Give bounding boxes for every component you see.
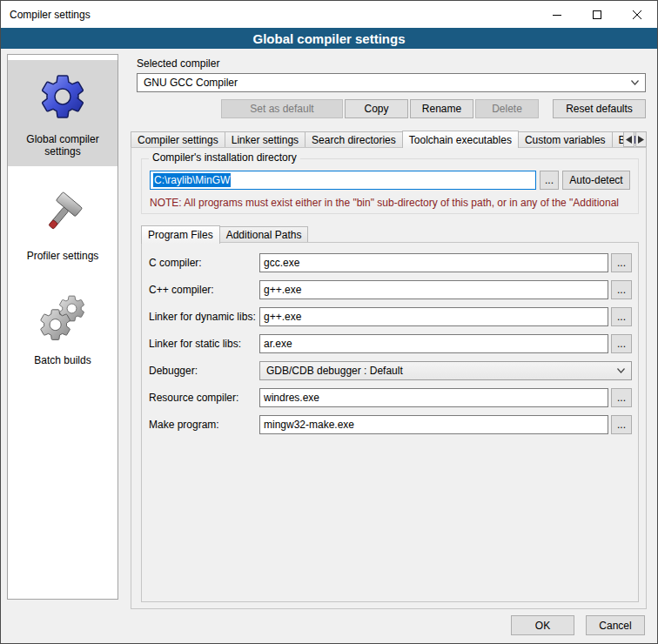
- program-tabs: Program Files Additional Paths: [141, 225, 307, 243]
- dialog-header: Global compiler settings: [1, 28, 657, 49]
- cpp-compiler-label: C++ compiler:: [149, 284, 259, 296]
- cpp-compiler-input[interactable]: [259, 280, 608, 299]
- installation-directory-group-title: Compiler's installation directory: [149, 151, 300, 164]
- minimize-icon: [553, 10, 561, 19]
- subtab-additional-paths[interactable]: Additional Paths: [219, 226, 309, 243]
- gears-icon: [35, 290, 91, 345]
- close-icon: [633, 10, 641, 19]
- sidebar-item-batch-builds[interactable]: Batch builds: [8, 281, 118, 375]
- installation-directory-group: Compiler's installation directory C:\ray…: [141, 158, 639, 214]
- tab-compiler-settings[interactable]: Compiler settings: [131, 131, 225, 148]
- compiler-select[interactable]: GNU GCC Compiler: [137, 73, 646, 92]
- tab-linker-settings[interactable]: Linker settings: [225, 131, 306, 148]
- tab-custom-variables[interactable]: Custom variables: [518, 131, 613, 148]
- settings-tabs: Compiler settings Linker settings Search…: [131, 130, 647, 148]
- make-program-row: Make program: ...: [149, 415, 632, 434]
- resource-compiler-row: Resource compiler: ...: [149, 388, 632, 407]
- window-title: Compiler settings: [1, 9, 91, 21]
- browse-cpp-compiler-button[interactable]: ...: [611, 280, 632, 299]
- selected-compiler-label: Selected compiler: [137, 57, 219, 70]
- installation-directory-value: C:\raylib\MinGW: [153, 173, 231, 187]
- compiler-settings-window: Compiler settings Global compiler settin…: [0, 0, 658, 644]
- browse-linker-dynamic-button[interactable]: ...: [611, 307, 632, 326]
- linker-static-input[interactable]: [259, 334, 608, 353]
- dialog-footer: OK Cancel: [511, 615, 645, 635]
- window-controls: [537, 1, 657, 28]
- gear-icon: [35, 69, 91, 124]
- sidebar-item-label: Profiler settings: [27, 250, 99, 262]
- browse-resource-compiler-button[interactable]: ...: [611, 388, 632, 407]
- tab-scroll-left-button[interactable]: [623, 131, 634, 147]
- linker-dynamic-label: Linker for dynamic libs:: [149, 311, 259, 323]
- cpp-compiler-row: C++ compiler: ...: [149, 280, 632, 299]
- installation-directory-input[interactable]: C:\raylib\MinGW: [150, 171, 536, 190]
- make-program-label: Make program:: [149, 419, 259, 431]
- global-compiler-settings-page: Selected compiler GNU GCC Compiler Set a…: [124, 49, 651, 643]
- sidebar-item-label: Batch builds: [34, 354, 91, 366]
- dialog-content: Global compiler settings Profiler settin…: [1, 49, 657, 643]
- tab-search-directories[interactable]: Search directories: [305, 131, 403, 148]
- hammer-icon: [35, 185, 91, 241]
- browse-linker-static-button[interactable]: ...: [611, 334, 632, 353]
- compiler-select-value: GNU GCC Compiler: [144, 77, 238, 89]
- arrow-right-icon: [638, 136, 644, 144]
- browse-installation-directory-button[interactable]: ...: [540, 171, 559, 190]
- resource-compiler-label: Resource compiler:: [149, 392, 259, 404]
- make-program-input[interactable]: [259, 415, 608, 434]
- debugger-select[interactable]: GDB/CDB debugger : Default: [259, 361, 632, 380]
- sidebar-item-profiler-settings[interactable]: Profiler settings: [8, 177, 118, 271]
- debugger-label: Debugger:: [149, 365, 259, 377]
- sidebar-item-global-compiler-settings[interactable]: Global compiler settings: [8, 60, 118, 166]
- maximize-button[interactable]: [577, 1, 617, 28]
- chevron-down-icon: [617, 368, 625, 373]
- auto-detect-button[interactable]: Auto-detect: [562, 171, 630, 190]
- ok-button[interactable]: OK: [511, 615, 574, 635]
- chevron-down-icon: [631, 80, 639, 85]
- installation-directory-row: C:\raylib\MinGW ... Auto-detect: [150, 171, 630, 190]
- page-title: Global compiler settings: [252, 31, 405, 46]
- titlebar: Compiler settings: [1, 1, 657, 28]
- linker-static-label: Linker for static libs:: [149, 338, 259, 350]
- debugger-select-value: GDB/CDB debugger : Default: [266, 365, 403, 377]
- reset-defaults-button[interactable]: Reset defaults: [553, 99, 646, 118]
- close-button[interactable]: [617, 1, 657, 28]
- subtab-program-files[interactable]: Program Files: [141, 225, 220, 244]
- linker-dynamic-row: Linker for dynamic libs: ...: [149, 307, 632, 326]
- compiler-actions: Set as default Copy Rename Delete Reset …: [137, 99, 646, 118]
- tab-scroll-arrows: [623, 131, 647, 147]
- c-compiler-row: C compiler: ...: [149, 253, 632, 272]
- linker-static-row: Linker for static libs: ...: [149, 334, 632, 353]
- tab-scroll-right-button[interactable]: [635, 131, 647, 147]
- debugger-row: Debugger: GDB/CDB debugger : Default: [149, 361, 632, 380]
- delete-button[interactable]: Delete: [475, 99, 539, 118]
- maximize-icon: [593, 10, 601, 19]
- browse-c-compiler-button[interactable]: ...: [611, 253, 632, 272]
- rename-button[interactable]: Rename: [410, 99, 473, 118]
- set-as-default-button[interactable]: Set as default: [221, 99, 343, 118]
- arrow-left-icon: [626, 136, 632, 144]
- browse-make-program-button[interactable]: ...: [611, 415, 632, 434]
- minimize-button[interactable]: [537, 1, 577, 28]
- toolchain-executables-panel: Compiler's installation directory C:\ray…: [131, 147, 647, 609]
- sidebar-item-label: Global compiler settings: [10, 133, 116, 158]
- c-compiler-label: C compiler:: [149, 257, 259, 269]
- settings-category-list: Global compiler settings Profiler settin…: [7, 54, 118, 600]
- program-files-panel: C compiler: ... C++ compiler: ... Linker…: [141, 242, 639, 602]
- c-compiler-input[interactable]: [259, 253, 608, 272]
- cancel-button[interactable]: Cancel: [586, 615, 645, 635]
- linker-dynamic-input[interactable]: [259, 307, 608, 326]
- resource-compiler-input[interactable]: [259, 388, 608, 407]
- copy-button[interactable]: Copy: [345, 99, 408, 118]
- bin-subdirectory-note: NOTE: All programs must exist either in …: [150, 197, 637, 209]
- tab-toolchain-executables[interactable]: Toolchain executables: [402, 131, 519, 148]
